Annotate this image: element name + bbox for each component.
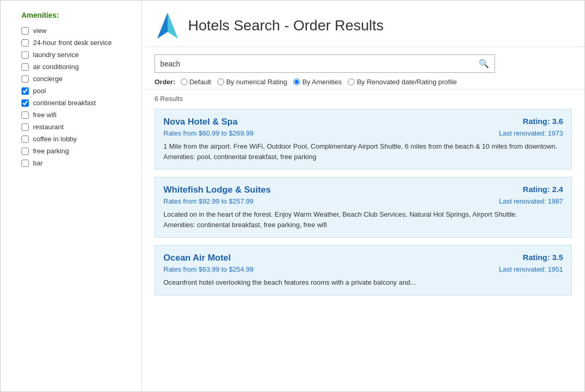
amenity-checkbox-continental-breakfast[interactable] (21, 99, 29, 107)
order-label: Order: (154, 78, 175, 86)
sidebar: Amenities: view24-hour front desk servic… (1, 1, 142, 391)
amenity-checkbox-laundry-service[interactable] (21, 51, 29, 59)
order-option-label: By Renovated date/Rating profile (357, 78, 457, 86)
amenity-label: 24-hour front desk service (33, 39, 112, 47)
amenity-label: air conditioning (33, 63, 79, 71)
search-input[interactable] (155, 56, 473, 72)
amenity-label: concierge (33, 75, 62, 83)
amenities-list: view24-hour front desk servicelaundry se… (21, 27, 131, 167)
amenity-label: free wifi (33, 111, 57, 119)
amenity-item: view (21, 27, 131, 35)
hotel-rating: Rating: 3.5 (523, 253, 563, 262)
hotel-card: Nova Hotel & SpaRating: 3.6Rates from $6… (154, 109, 572, 170)
hotel-rates-row: Rates from $63.99 to $254.99Last renovat… (163, 265, 563, 273)
order-radio-opt-renovated[interactable] (348, 79, 355, 85)
amenity-item: continental breakfast (21, 99, 131, 107)
amenity-checkbox-air-conditioning[interactable] (21, 63, 29, 71)
svg-marker-1 (168, 13, 178, 39)
amenity-label: view (33, 27, 47, 35)
search-button[interactable]: 🔍 (473, 55, 494, 72)
hotel-name[interactable]: Whitefish Lodge & Suites (163, 185, 271, 195)
amenity-label: free parking (33, 147, 69, 155)
amenity-checkbox-coffee-in-lobby[interactable] (21, 136, 29, 143)
order-options: DefaultBy numerical RatingBy AmenitiesBy… (181, 78, 461, 86)
hotel-renovated: Last renovated: 1973 (499, 129, 563, 137)
hotel-rates: Rates from $92.99 to $257.99 (163, 197, 253, 205)
order-option-opt-default[interactable]: Default (181, 78, 211, 86)
hotel-rates-row: Rates from $92.99 to $257.99Last renovat… (163, 197, 563, 205)
hotel-description: 1 Mile from the airport. Free WiFi, Outd… (163, 141, 563, 162)
app-logo (154, 10, 181, 41)
amenity-checkbox-24-hour-front-desk-service[interactable] (21, 39, 29, 47)
hotel-header-row: Ocean Air MotelRating: 3.5 (163, 253, 563, 263)
order-option-opt-renovated[interactable]: By Renovated date/Rating profile (348, 78, 457, 86)
results-area[interactable]: 6 Results Nova Hotel & SpaRating: 3.6Rat… (142, 89, 584, 391)
search-area: 🔍 (142, 47, 584, 73)
hotels-list: Nova Hotel & SpaRating: 3.6Rates from $6… (154, 109, 572, 296)
hotel-header-row: Whitefish Lodge & SuitesRating: 2.4 (163, 185, 563, 195)
hotel-rates: Rates from $63.99 to $254.99 (163, 265, 253, 273)
hotel-rates: Rates from $60.99 to $269.99 (163, 129, 253, 137)
hotel-description: Located on in the heart of the forest. E… (163, 209, 563, 230)
amenity-label: continental breakfast (33, 99, 96, 107)
amenity-label: restaurant (33, 123, 64, 131)
amenity-label: bar (33, 159, 43, 167)
amenity-checkbox-restaurant[interactable] (21, 124, 29, 131)
amenity-label: coffee in lobby (33, 135, 77, 143)
amenity-item: concierge (21, 75, 131, 83)
amenity-item: bar (21, 159, 131, 167)
amenity-checkbox-free-wifi[interactable] (21, 111, 29, 119)
amenity-checkbox-free-parking[interactable] (21, 148, 29, 155)
main-content: Amenities: view24-hour front desk servic… (1, 1, 584, 391)
order-option-label: By numerical Rating (226, 78, 287, 86)
amenity-checkbox-pool[interactable] (21, 87, 29, 95)
hotel-header-row: Nova Hotel & SpaRating: 3.6 (163, 117, 563, 127)
hotel-card: Whitefish Lodge & SuitesRating: 2.4Rates… (154, 177, 572, 238)
search-box: 🔍 (154, 54, 495, 73)
hotel-card: Ocean Air MotelRating: 3.5Rates from $63… (154, 245, 572, 296)
app-window: Amenities: view24-hour front desk servic… (0, 0, 585, 392)
amenities-title: Amenities: (21, 11, 131, 19)
amenity-item: restaurant (21, 123, 131, 131)
amenity-label: pool (33, 87, 46, 95)
header: Hotels Search - Order Results (142, 1, 584, 47)
svg-marker-0 (157, 13, 168, 39)
order-row: Order: DefaultBy numerical RatingBy Amen… (142, 73, 584, 89)
page-title: Hotels Search - Order Results (188, 17, 383, 34)
order-radio-opt-default[interactable] (181, 79, 187, 85)
amenity-item: air conditioning (21, 63, 131, 71)
order-option-opt-amenities[interactable]: By Amenities (293, 78, 341, 86)
hotel-rating: Rating: 2.4 (523, 185, 563, 194)
amenity-item: 24-hour front desk service (21, 39, 131, 47)
hotel-name[interactable]: Ocean Air Motel (163, 253, 231, 263)
hotel-name[interactable]: Nova Hotel & Spa (163, 117, 238, 127)
hotel-renovated: Last renovated: 1951 (499, 265, 563, 273)
order-option-opt-rating[interactable]: By numerical Rating (217, 78, 287, 86)
hotel-rates-row: Rates from $60.99 to $269.99Last renovat… (163, 129, 563, 137)
hotel-rating: Rating: 3.6 (523, 117, 563, 126)
order-radio-opt-amenities[interactable] (293, 79, 300, 85)
hotel-description: Oceanfront hotel overlooking the beach f… (163, 277, 563, 288)
amenity-item: coffee in lobby (21, 135, 131, 143)
amenity-checkbox-concierge[interactable] (21, 75, 29, 83)
amenity-item: pool (21, 87, 131, 95)
results-count: 6 Results (154, 95, 572, 103)
amenity-item: free parking (21, 147, 131, 155)
amenity-item: free wifi (21, 111, 131, 119)
amenity-label: laundry service (33, 51, 79, 59)
hotel-renovated: Last renovated: 1987 (499, 197, 563, 205)
order-radio-opt-rating[interactable] (217, 79, 224, 85)
amenity-checkbox-view[interactable] (21, 27, 29, 35)
amenity-item: laundry service (21, 51, 131, 59)
right-content: Hotels Search - Order Results 🔍 Order: D… (142, 1, 584, 391)
amenity-checkbox-bar[interactable] (21, 160, 29, 167)
order-option-label: By Amenities (302, 78, 341, 86)
order-option-label: Default (190, 78, 211, 86)
